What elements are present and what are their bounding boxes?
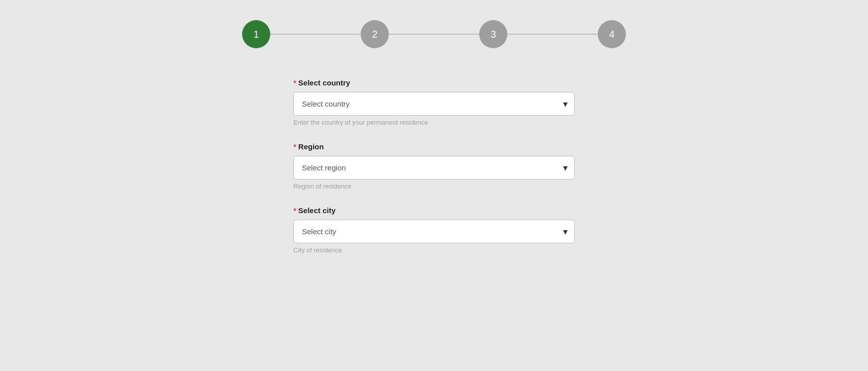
region-required-star: * xyxy=(293,142,296,151)
country-label-text: Select country xyxy=(298,78,350,87)
city-label: * Select city xyxy=(293,206,575,215)
region-label-text: Region xyxy=(298,142,324,151)
region-hint: Region of residence xyxy=(293,182,575,190)
step-2: 2 xyxy=(361,20,389,48)
city-hint: City of residence xyxy=(293,246,575,254)
form-container: * Select country Select country ▾ Enter … xyxy=(293,78,575,270)
step-4: 4 xyxy=(598,20,626,48)
country-required-star: * xyxy=(293,78,296,87)
step-line-3 xyxy=(507,34,598,35)
step-line-1 xyxy=(270,34,361,35)
city-select[interactable]: Select city xyxy=(293,220,575,243)
city-group: * Select city Select city ▾ City of resi… xyxy=(293,206,575,254)
country-group: * Select country Select country ▾ Enter … xyxy=(293,78,575,126)
country-select-wrapper: Select country ▾ xyxy=(293,92,575,116)
step-3: 3 xyxy=(479,20,507,48)
city-required-star: * xyxy=(293,206,296,215)
region-select-wrapper: Select region ▾ xyxy=(293,156,575,179)
country-select[interactable]: Select country xyxy=(293,92,575,116)
country-label: * Select country xyxy=(293,78,575,87)
country-hint: Enter the country of your permanent resi… xyxy=(293,119,575,126)
region-group: * Region Select region ▾ Region of resid… xyxy=(293,142,575,190)
step-1: 1 xyxy=(242,20,270,48)
stepper: 1 2 3 4 xyxy=(242,20,626,48)
region-select[interactable]: Select region xyxy=(293,156,575,179)
region-label: * Region xyxy=(293,142,575,151)
page-container: 1 2 3 4 * Select country Select country xyxy=(0,0,868,290)
step-line-2 xyxy=(389,34,479,35)
city-select-wrapper: Select city ▾ xyxy=(293,220,575,243)
city-label-text: Select city xyxy=(298,206,336,215)
